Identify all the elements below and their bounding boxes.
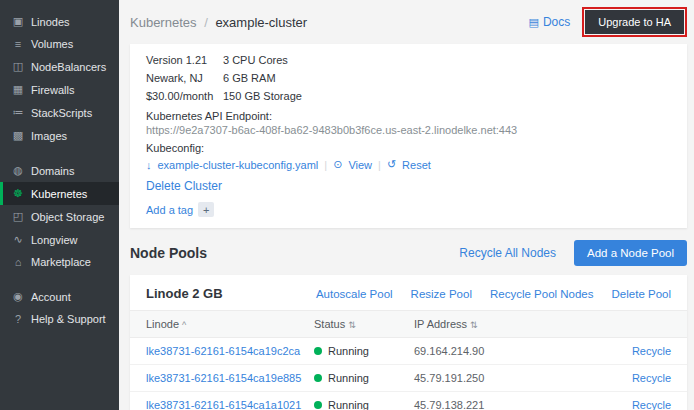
download-icon: ↓ [146,159,152,171]
cluster-ram: 6 GB RAM [223,72,276,84]
sidebar-item-object-storage[interactable]: ◰ Object Storage [0,205,119,228]
cluster-summary-card: Version 1.21 3 CPU Cores Newark, NJ 6 GB… [130,44,687,228]
sidebar-item-label: Account [31,291,71,303]
sidebar-item-longview[interactable]: ∿ Longview [0,228,119,251]
sidebar-item-account[interactable]: ◉ Account [0,285,119,308]
sidebar-item-label: Images [31,130,67,142]
node-link[interactable]: lke38731-62161-6154ca19e885 [146,372,301,384]
longview-icon: ∿ [12,233,24,246]
volumes-icon: ≡ [12,38,24,50]
docs-label: Docs [543,15,570,29]
node-link[interactable]: lke38731-62161-6154ca19c2ca [146,345,300,357]
sidebar-item-kubernetes[interactable]: ☸ Kubernetes [0,182,119,205]
recycle-node-link[interactable]: Recycle [632,372,671,384]
delete-cluster-link[interactable]: Delete Cluster [146,179,222,193]
kubeconfig-view-link[interactable]: View [348,159,372,171]
status-running-icon [314,347,322,355]
column-header-ip-address[interactable]: IP Address⇅ [414,310,574,337]
status-running-icon [314,374,322,382]
api-endpoint-value: https://9e2a7307-b6ac-408f-ba62-9483b0b3… [146,124,671,136]
breadcrumb-separator: / [204,15,208,30]
delete-pool-link[interactable]: Delete Pool [612,288,671,300]
account-icon: ◉ [12,290,24,303]
recycle-node-link[interactable]: Recycle [632,399,671,410]
status-label: Running [328,399,369,410]
column-header-linode[interactable]: Linode^ [130,310,314,337]
sidebar-item-volumes[interactable]: ≡ Volumes [0,33,119,55]
annotation-highlight: Upgrade to HA [582,7,687,37]
sidebar-item-nodebalancers[interactable]: ◫ NodeBalancers [0,55,119,78]
status-badge: Running [314,372,369,384]
kubeconfig-label: Kubeconfig: [146,142,671,154]
breadcrumb: Kubernetes / example-cluster [130,15,528,30]
table-row: lke38731-62161-6154ca19c2ca Running 69.1… [130,337,687,364]
object-storage-icon: ◰ [12,210,24,223]
sidebar-item-marketplace[interactable]: ⌂ Marketplace [0,251,119,273]
status-label: Running [328,345,369,357]
column-label: Status [314,318,345,330]
sidebar-item-domains[interactable]: ◍ Domains [0,159,119,182]
sort-icon: ⇅ [348,320,356,330]
sort-asc-icon: ^ [182,320,186,330]
spec-row: $30.00/month 150 GB Storage [146,90,671,102]
breadcrumb-current: example-cluster [215,15,307,30]
linodes-icon: ▣ [12,15,24,28]
stackscripts-icon: ≔ [12,106,24,119]
kubeconfig-download-link[interactable]: example-cluster-kubeconfig.yaml [158,159,319,171]
sidebar-item-label: Linodes [31,16,70,28]
sidebar-item-label: Domains [31,165,74,177]
docs-link[interactable]: ▤ Docs [528,15,570,29]
sidebar-item-label: Help & Support [31,313,106,325]
resize-pool-link[interactable]: Resize Pool [411,288,472,300]
recycle-node-link[interactable]: Recycle [632,345,671,357]
add-tag-button[interactable]: Add a tag + [146,202,214,217]
column-header-status[interactable]: Status⇅ [314,310,414,337]
sidebar-divider [0,273,119,285]
images-icon: ▩ [12,129,24,142]
nodes-table: Linode^ Status⇅ IP Address⇅ lke38731-621… [130,310,687,410]
breadcrumb-root[interactable]: Kubernetes [130,15,197,30]
kubernetes-icon: ☸ [12,187,24,200]
sort-icon: ⇅ [470,320,478,330]
node-link[interactable]: lke38731-62161-6154ca1a1021 [146,399,301,410]
autoscale-pool-link[interactable]: Autoscale Pool [316,288,393,300]
recycle-all-nodes-link[interactable]: Recycle All Nodes [459,246,556,260]
sidebar-item-firewalls[interactable]: ▦ Firewalls [0,78,119,101]
sidebar-item-label: Longview [31,234,77,246]
table-row: lke38731-62161-6154ca1a1021 Running 45.7… [130,391,687,410]
cluster-cpu: 3 CPU Cores [223,54,288,66]
upgrade-to-ha-button[interactable]: Upgrade to HA [585,10,684,34]
cluster-version: Version 1.21 [146,54,223,66]
kubeconfig-reset-link[interactable]: Reset [402,159,431,171]
cluster-storage: 150 GB Storage [223,90,302,102]
sidebar-item-images[interactable]: ▩ Images [0,124,119,147]
pool-name: Linode 2 GB [146,286,298,301]
recycle-pool-nodes-link[interactable]: Recycle Pool Nodes [490,288,594,300]
table-header-row: Linode^ Status⇅ IP Address⇅ [130,310,687,337]
firewalls-icon: ▦ [12,83,24,96]
node-pool-card: Linode 2 GB Autoscale Pool Resize Pool R… [130,275,687,410]
help-icon: ? [12,313,24,325]
sidebar-item-label: NodeBalancers [31,61,106,73]
main-content: Kubernetes / example-cluster ▤ Docs Upgr… [119,0,694,410]
docs-icon: ▤ [528,16,538,29]
reset-icon: ↺ [387,158,396,171]
node-ip: 45.79.191.250 [414,372,484,384]
sidebar-item-help-support[interactable]: ? Help & Support [0,308,119,330]
add-node-pool-button[interactable]: Add a Node Pool [574,240,687,266]
status-label: Running [328,372,369,384]
spec-row: Newark, NJ 6 GB RAM [146,72,671,84]
status-badge: Running [314,399,369,410]
page-header: Kubernetes / example-cluster ▤ Docs Upgr… [119,0,694,44]
cluster-region: Newark, NJ [146,72,223,84]
pool-card-header: Linode 2 GB Autoscale Pool Resize Pool R… [130,275,687,310]
sidebar-item-linodes[interactable]: ▣ Linodes [0,10,119,33]
divider: | [378,159,381,171]
nodebalancers-icon: ◫ [12,60,24,73]
node-pools-title: Node Pools [130,245,459,261]
column-header-action [574,310,687,337]
node-ip: 45.79.138.221 [414,399,484,410]
sidebar-item-stackscripts[interactable]: ≔ StackScripts [0,101,119,124]
divider: | [324,159,327,171]
cluster-price: $30.00/month [146,90,223,102]
